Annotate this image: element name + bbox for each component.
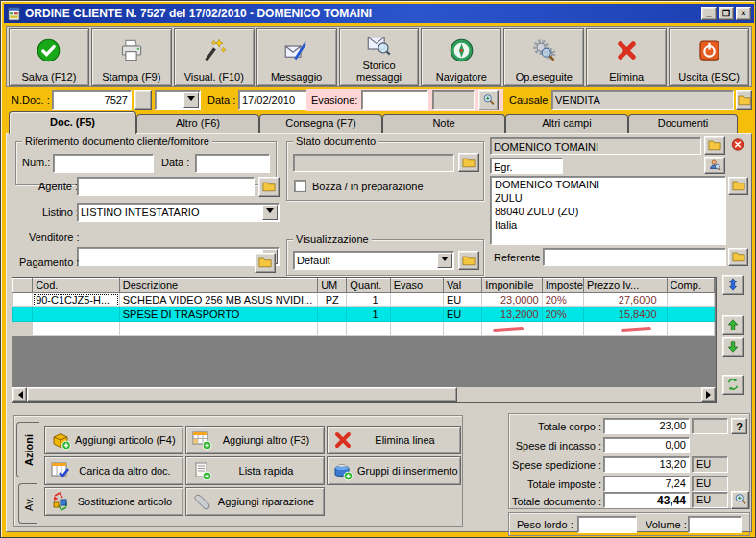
tab-altri-campi[interactable]: Altri campi xyxy=(505,114,628,133)
listino-combobox[interactable]: LISTINO INTESTATARIO xyxy=(77,203,280,222)
app-icon xyxy=(7,7,21,21)
tab-azioni[interactable]: Azioni xyxy=(16,422,39,477)
print-button[interactable]: Stampa (F9) xyxy=(91,28,172,86)
ndoc-input[interactable]: 7527 xyxy=(52,90,132,110)
load-from-doc-button[interactable]: Carica da altro doc. xyxy=(44,456,183,485)
folder-icon xyxy=(262,180,276,194)
pagamento-folder-button[interactable] xyxy=(255,253,276,273)
chevron-down-icon[interactable] xyxy=(183,92,199,108)
ref-date-input[interactable] xyxy=(195,154,270,173)
customer-address-box[interactable]: DOMENICO TOMAINI ZULU 88040 ZULU (ZU) It… xyxy=(490,176,726,245)
table-row-selected[interactable]: SPESE DI TRASPORTO 1 EU 13,2000 20% 15,8… xyxy=(13,307,715,322)
ndoc-spin-button[interactable] xyxy=(134,90,152,110)
table-row[interactable]: 90-C1CJZ5-H... SCHEDA VIDEO 256 MB ASUS … xyxy=(13,293,715,307)
agente-folder-button[interactable] xyxy=(258,177,280,197)
tab-documenti[interactable]: Documenti xyxy=(628,114,738,133)
printer-icon xyxy=(118,29,144,71)
tab-doc[interactable]: Doc. (F5) xyxy=(9,111,136,134)
row-up-button[interactable] xyxy=(722,315,744,335)
folder-icon xyxy=(258,256,272,270)
evasione-label: Evasione: xyxy=(311,94,357,107)
scroll-left-button[interactable] xyxy=(12,387,27,402)
col-val[interactable]: Val xyxy=(444,279,482,293)
tab-note[interactable]: Note xyxy=(382,114,505,133)
stato-folder-button[interactable] xyxy=(458,153,479,172)
tab-bar: Doc. (F5) Altro (F6) Consegna (F7) Note … xyxy=(6,111,752,133)
add-article-button[interactable]: Aggiungi articolo (F4) xyxy=(44,426,183,454)
ref-date-label: Data : xyxy=(161,157,189,169)
row-down-button[interactable] xyxy=(722,337,744,357)
chevron-down-icon[interactable] xyxy=(262,205,278,220)
chevron-down-icon[interactable] xyxy=(437,253,452,268)
venditore-combobox[interactable] xyxy=(77,247,280,266)
date-input[interactable]: 17/02/2010 xyxy=(238,90,311,110)
visualizzazione-folder-button[interactable] xyxy=(458,251,479,270)
referente-input[interactable] xyxy=(543,248,726,266)
doc-type-combobox[interactable] xyxy=(155,90,201,110)
volume-input[interactable] xyxy=(688,516,742,533)
ref-num-input[interactable] xyxy=(53,154,154,173)
grid-horizontal-scrollbar[interactable] xyxy=(12,387,716,402)
col-descrizione[interactable]: Descrizione xyxy=(119,279,317,293)
referente-label: Referente xyxy=(494,252,540,264)
magnifier-plus-icon xyxy=(482,93,496,108)
maximize-button[interactable]: ❐ xyxy=(719,7,734,20)
refresh-grid-button[interactable] xyxy=(722,375,744,395)
agente-input[interactable] xyxy=(77,177,255,196)
salutation-input[interactable]: Egr. xyxy=(490,158,563,174)
delete-line-icon xyxy=(332,429,354,451)
col-um[interactable]: UM xyxy=(318,279,347,293)
add-article-icon xyxy=(50,429,71,451)
totals-help-button[interactable]: ? xyxy=(731,418,747,434)
col-comp[interactable]: Comp. xyxy=(667,279,714,293)
weights-panel: Peso lordo : Volume : xyxy=(508,512,750,536)
causale-folder-button[interactable] xyxy=(736,90,752,110)
col-cod[interactable]: Cod. xyxy=(33,279,120,293)
customer-folder-button[interactable] xyxy=(704,136,725,155)
address-folder-button[interactable] xyxy=(728,177,748,195)
col-quant[interactable]: Quant. xyxy=(347,279,390,293)
totals-zoom-button[interactable] xyxy=(731,491,749,509)
navigator-button[interactable]: Navigatore xyxy=(421,28,501,86)
tab-avanzate[interactable]: Av. xyxy=(18,483,37,524)
evasione-zoom-button[interactable] xyxy=(478,90,499,110)
scroll-right-button[interactable] xyxy=(701,387,716,402)
tab-consegna[interactable]: Consegna (F7) xyxy=(259,114,382,133)
referente-folder-button[interactable] xyxy=(728,248,748,266)
message-button[interactable]: Messaggio xyxy=(256,28,337,86)
visualizzazione-combobox[interactable]: Default xyxy=(293,251,454,270)
row-selector[interactable] xyxy=(13,307,33,322)
scrollbar-thumb[interactable] xyxy=(27,387,457,402)
exit-button[interactable]: Uscita (ESC) xyxy=(669,28,749,86)
delete-button[interactable]: Elimina xyxy=(586,28,667,86)
col-prezzo-iva[interactable]: Prezzo Iv... xyxy=(583,279,667,293)
minimize-button[interactable]: _ xyxy=(701,7,717,20)
move-row-button[interactable] xyxy=(722,275,744,295)
customer-clear-button[interactable] xyxy=(728,136,747,155)
power-icon xyxy=(696,29,722,71)
peso-lordo-input[interactable] xyxy=(577,516,637,533)
add-repair-button[interactable]: Aggiungi riparazione xyxy=(185,487,325,516)
table-row-empty[interactable] xyxy=(13,322,715,336)
folder-icon xyxy=(732,250,745,264)
row-selector[interactable] xyxy=(13,322,33,336)
insert-group-button[interactable]: Gruppi di inserimento xyxy=(327,456,461,485)
date-label: Data : xyxy=(207,94,235,107)
col-imposte[interactable]: Imposte xyxy=(542,279,583,293)
preview-button[interactable]: Visual. (F10) xyxy=(174,28,255,86)
operations-button[interactable]: Op.eseguite xyxy=(503,28,584,86)
contact-search-button[interactable] xyxy=(704,157,725,174)
quick-list-button[interactable]: Lista rapida xyxy=(185,456,325,485)
col-imponibile[interactable]: Imponibile xyxy=(482,279,542,293)
replace-article-button[interactable]: Sostituzione articolo xyxy=(44,487,183,516)
tab-altro[interactable]: Altro (F6) xyxy=(136,114,259,133)
add-other-button[interactable]: Aggiungi altro (F3) xyxy=(185,426,325,454)
save-button[interactable]: Salva (F12) xyxy=(9,28,89,86)
message-history-button[interactable]: Storico messaggi xyxy=(339,28,420,86)
row-selector[interactable] xyxy=(13,293,33,307)
evasione-input[interactable] xyxy=(361,90,428,110)
delete-line-button[interactable]: Elimina linea xyxy=(327,426,461,454)
bozza-checkbox[interactable] xyxy=(294,180,306,192)
close-button[interactable]: × xyxy=(736,7,751,20)
col-evaso[interactable]: Evaso xyxy=(390,279,443,293)
